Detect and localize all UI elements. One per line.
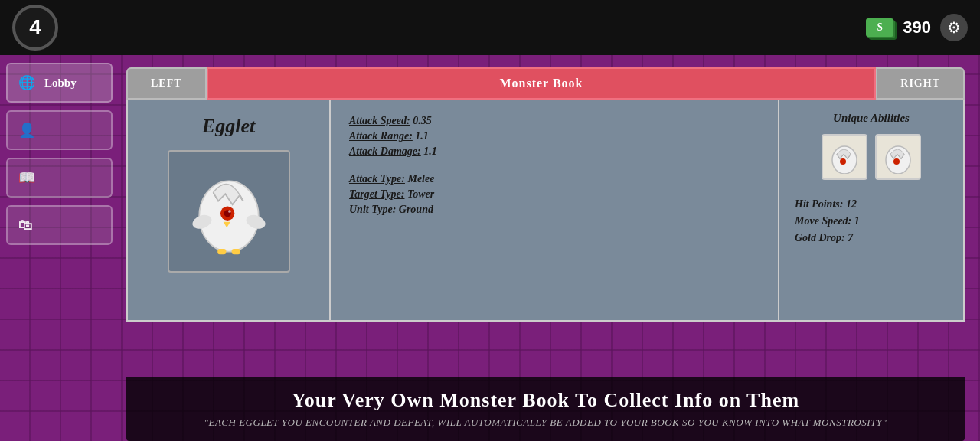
svg-point-12: [893, 158, 900, 165]
ability-1-svg: [828, 140, 861, 174]
banner-subtitle: "EACH EGGLET YOU ENCOUNTER AND DEFEAT, W…: [142, 416, 949, 429]
attack-damage-stat: Attack Damage: 1.1: [349, 145, 760, 158]
book-icon: 📖: [18, 169, 35, 186]
monster-panel-left: Egglet: [128, 100, 331, 320]
ability-2-svg: [881, 140, 915, 174]
ability-icons-row: [795, 134, 948, 180]
attack-damage-label: Attack Damage:: [349, 145, 421, 157]
attack-range-value: 1.1: [415, 130, 429, 142]
gold-drop-stat: Gold Drop: 7: [795, 232, 860, 244]
book-panel: Egglet: [126, 100, 965, 322]
ability-icon-1[interactable]: [822, 134, 867, 180]
attack-range-stat: Attack Range: 1.1: [349, 130, 760, 142]
tab-right[interactable]: RIGHT: [876, 67, 965, 100]
sidebar-lobby-label: Lobby: [44, 77, 77, 90]
currency-amount: 390: [903, 18, 931, 38]
move-speed-stat: Move Speed: 1: [795, 215, 860, 227]
unit-type-label: Unit Type:: [349, 204, 396, 215]
sidebar-item-profile[interactable]: 👤: [6, 110, 113, 150]
sidebar: 🌐 Lobby 👤 📖 🛍: [0, 55, 119, 441]
tab-bar: LEFT Monster Book RIGHT: [126, 67, 965, 100]
attack-type-value: Melee: [407, 173, 434, 185]
attack-damage-value: 1.1: [423, 145, 437, 157]
bottom-banner: Your Very Own Monster Book To Collect In…: [126, 377, 965, 441]
top-right-area: 390 ⚙: [866, 14, 968, 41]
monster-image-box: [168, 150, 290, 273]
globe-icon: 🌐: [18, 74, 35, 91]
unit-type-stat: Unit Type: Ground: [349, 204, 760, 216]
target-type-value: Tower: [407, 188, 434, 200]
unit-type-value: Ground: [399, 204, 433, 215]
svg-point-3: [228, 210, 231, 213]
ability-icon-2[interactable]: [875, 134, 921, 180]
sidebar-item-lobby[interactable]: 🌐 Lobby: [6, 63, 113, 103]
right-stats-group: Hit Points: 12 Move Speed: 1 Gold Drop: …: [795, 198, 860, 244]
timer-value: 4: [29, 15, 41, 40]
attack-speed-stat: Attack Speed: 0.35: [349, 115, 760, 127]
move-speed-value: 1: [854, 215, 860, 227]
gold-drop-label: Gold Drop:: [795, 232, 845, 243]
svg-point-10: [840, 158, 846, 165]
hit-points-stat: Hit Points: 12: [795, 198, 860, 211]
attack-speed-value: 0.35: [413, 115, 432, 126]
monster-name: Egglet: [202, 115, 255, 138]
attack-type-stat: Attack Type: Melee: [349, 173, 760, 185]
tab-center[interactable]: Monster Book: [207, 67, 877, 100]
money-icon: [866, 18, 893, 37]
svg-rect-8: [231, 249, 240, 254]
target-type-stat: Target Type: Tower: [349, 188, 760, 201]
target-type-label: Target Type:: [349, 188, 404, 200]
hit-points-value: 12: [846, 198, 857, 210]
stat-spacer: [349, 161, 760, 170]
monster-panel-center: Attack Speed: 0.35 Attack Range: 1.1 Att…: [331, 100, 779, 320]
main-content: LEFT Monster Book RIGHT Egglet: [126, 67, 965, 426]
svg-rect-7: [217, 249, 226, 254]
unique-abilities-title: Unique Abilities: [795, 112, 948, 125]
gold-drop-value: 7: [848, 232, 853, 243]
hit-points-label: Hit Points:: [795, 198, 843, 210]
top-bar: 4 390 ⚙: [0, 0, 980, 55]
timer-display: 4: [12, 5, 58, 51]
attack-type-label: Attack Type:: [349, 173, 405, 185]
monster-panel-right: Unique Abilities: [779, 100, 963, 320]
tab-left[interactable]: LEFT: [126, 67, 207, 100]
move-speed-label: Move Speed:: [795, 215, 851, 227]
settings-button[interactable]: ⚙: [940, 14, 968, 41]
attack-speed-label: Attack Speed:: [349, 115, 410, 126]
bag-icon: 🛍: [18, 217, 32, 234]
sidebar-item-shop[interactable]: 🛍: [6, 205, 113, 245]
person-icon: 👤: [18, 122, 35, 139]
sidebar-item-book[interactable]: 📖: [6, 158, 113, 198]
attack-range-label: Attack Range:: [349, 130, 413, 142]
egglet-svg: [183, 165, 275, 257]
banner-title: Your Very Own Monster Book To Collect In…: [142, 389, 949, 412]
